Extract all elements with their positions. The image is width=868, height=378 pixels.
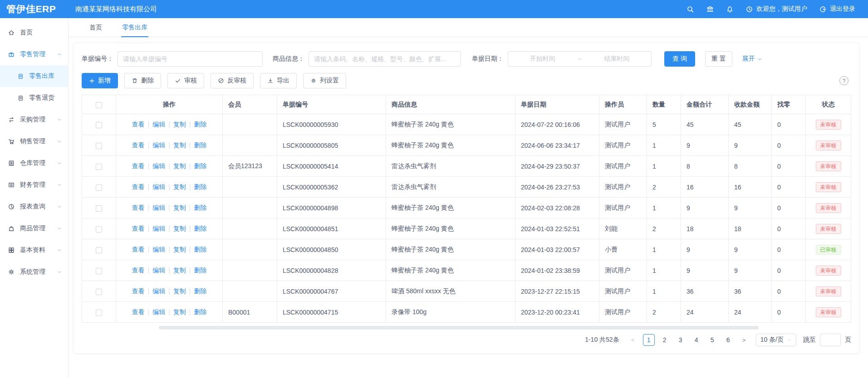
page-button-1[interactable]: 1 [643, 334, 655, 346]
tab-home[interactable]: 首页 [89, 18, 102, 37]
bell-icon[interactable] [726, 5, 734, 13]
page-button-5[interactable]: 5 [706, 334, 718, 346]
action-delete[interactable]: 删除 [194, 183, 206, 190]
action-view[interactable]: 查看 [132, 162, 145, 170]
welcome-user[interactable]: 欢迎您，测试用户 [745, 5, 807, 13]
action-copy[interactable]: 复制 [173, 162, 186, 170]
action-copy[interactable]: 复制 [173, 287, 186, 295]
action-delete[interactable]: 删除 [194, 287, 206, 295]
action-edit[interactable]: 编辑 [152, 267, 165, 274]
audit-button[interactable]: 审核 [167, 73, 204, 88]
cell-member [223, 260, 277, 281]
chevron-down-icon [787, 338, 792, 342]
chevron-down-icon [57, 183, 62, 187]
action-copy[interactable]: 复制 [173, 225, 186, 232]
action-edit[interactable]: 编辑 [152, 225, 165, 232]
action-view[interactable]: 查看 [132, 246, 145, 253]
expand-link[interactable]: 展开 [742, 55, 762, 63]
reset-button[interactable]: 重 置 [705, 51, 732, 67]
row-checkbox[interactable] [96, 184, 102, 191]
page-size-select[interactable]: 10 条/页 [756, 334, 796, 346]
action-delete[interactable]: 删除 [194, 225, 206, 232]
select-all-checkbox[interactable] [96, 102, 102, 108]
tab-retail-outbound[interactable]: 零售出库 [122, 18, 147, 37]
sidebar-item-finance-management[interactable]: 财务管理 [0, 174, 68, 196]
sidebar-item-sales-management[interactable]: 销售管理 [0, 131, 68, 152]
action-view[interactable]: 查看 [132, 121, 145, 128]
action-edit[interactable]: 编辑 [152, 121, 165, 128]
prev-page-button[interactable]: < [627, 334, 639, 346]
next-page-button[interactable]: > [738, 334, 750, 346]
sidebar-item-basic-data[interactable]: 基本资料 [0, 239, 68, 261]
action-edit[interactable]: 编辑 [152, 162, 165, 170]
product-info-input[interactable] [309, 51, 461, 67]
row-checkbox[interactable] [96, 164, 102, 170]
sidebar-item-purchase-management[interactable]: 采购管理 [0, 109, 68, 131]
row-checkbox[interactable] [96, 205, 102, 212]
add-button[interactable]: 新增 [82, 73, 118, 88]
action-edit[interactable]: 编辑 [152, 308, 165, 315]
help-icon[interactable]: ? [839, 76, 848, 85]
sidebar-item-home[interactable]: 首页 [0, 22, 68, 44]
page-button-6[interactable]: 6 [722, 334, 734, 346]
sidebar-item-retail-return[interactable]: 零售退货 [0, 87, 68, 109]
page-button-4[interactable]: 4 [691, 334, 702, 346]
action-delete[interactable]: 删除 [194, 204, 206, 211]
search-icon[interactable] [687, 5, 694, 13]
sidebar-item-retail-management[interactable]: 零售管理 [0, 44, 68, 65]
sidebar-item-label: 销售管理 [20, 137, 45, 145]
row-checkbox[interactable] [96, 143, 102, 149]
jump-page-input[interactable] [820, 334, 841, 346]
cell-amount: 18 [681, 218, 729, 239]
row-checkbox[interactable] [96, 122, 102, 128]
action-delete[interactable]: 删除 [194, 308, 206, 315]
action-delete[interactable]: 删除 [194, 162, 206, 170]
action-view[interactable]: 查看 [132, 287, 145, 295]
sidebar-item-warehouse-management[interactable]: 仓库管理 [0, 152, 68, 174]
logout-button[interactable]: 退出登录 [819, 5, 855, 13]
action-copy[interactable]: 复制 [173, 204, 186, 211]
page-button-3[interactable]: 3 [675, 334, 687, 346]
unaudit-button[interactable]: 反审核 [211, 73, 254, 88]
action-copy[interactable]: 复制 [173, 267, 186, 274]
page-button-2[interactable]: 2 [659, 334, 671, 346]
row-checkbox[interactable] [96, 247, 102, 253]
sidebar-item-retail-outbound[interactable]: 零售出库 [0, 65, 68, 87]
action-view[interactable]: 查看 [132, 141, 145, 149]
date-range-input[interactable]: 开始时间 ~ 结束时间 [508, 51, 652, 67]
row-checkbox[interactable] [96, 268, 102, 274]
action-delete[interactable]: 删除 [194, 141, 206, 149]
bank-icon[interactable] [706, 5, 714, 13]
action-copy[interactable]: 复制 [173, 183, 186, 190]
row-checkbox[interactable] [96, 226, 102, 233]
column-settings-button[interactable]: 列设置 [303, 73, 346, 88]
action-edit[interactable]: 编辑 [152, 141, 165, 149]
sidebar-item-report-query[interactable]: 报表查询 [0, 196, 68, 218]
action-delete[interactable]: 删除 [194, 121, 206, 128]
action-copy[interactable]: 复制 [173, 308, 186, 315]
search-button[interactable]: 查 询 [664, 51, 695, 67]
action-view[interactable]: 查看 [132, 204, 145, 211]
action-view[interactable]: 查看 [132, 225, 145, 232]
action-copy[interactable]: 复制 [173, 246, 186, 253]
scrollbar-thumb[interactable] [159, 326, 759, 330]
row-checkbox[interactable] [96, 289, 102, 295]
action-copy[interactable]: 复制 [173, 141, 186, 149]
order-no-input[interactable] [118, 51, 263, 67]
delete-button[interactable]: 删除 [124, 73, 161, 88]
row-checkbox[interactable] [96, 310, 102, 316]
action-delete[interactable]: 删除 [194, 267, 206, 274]
action-view[interactable]: 查看 [132, 308, 145, 315]
export-button[interactable]: 导出 [260, 73, 297, 88]
action-view[interactable]: 查看 [132, 267, 145, 274]
action-delete[interactable]: 删除 [194, 246, 206, 253]
action-edit[interactable]: 编辑 [152, 204, 165, 211]
action-edit[interactable]: 编辑 [152, 183, 165, 190]
action-copy[interactable]: 复制 [173, 121, 186, 128]
action-edit[interactable]: 编辑 [152, 246, 165, 253]
action-edit[interactable]: 编辑 [152, 287, 165, 295]
action-view[interactable]: 查看 [132, 183, 145, 190]
sidebar-item-system-management[interactable]: 系统管理 [0, 261, 68, 283]
tab-bar: 首页 零售出库 [69, 18, 868, 37]
sidebar-item-product-management[interactable]: 商品管理 [0, 218, 68, 239]
